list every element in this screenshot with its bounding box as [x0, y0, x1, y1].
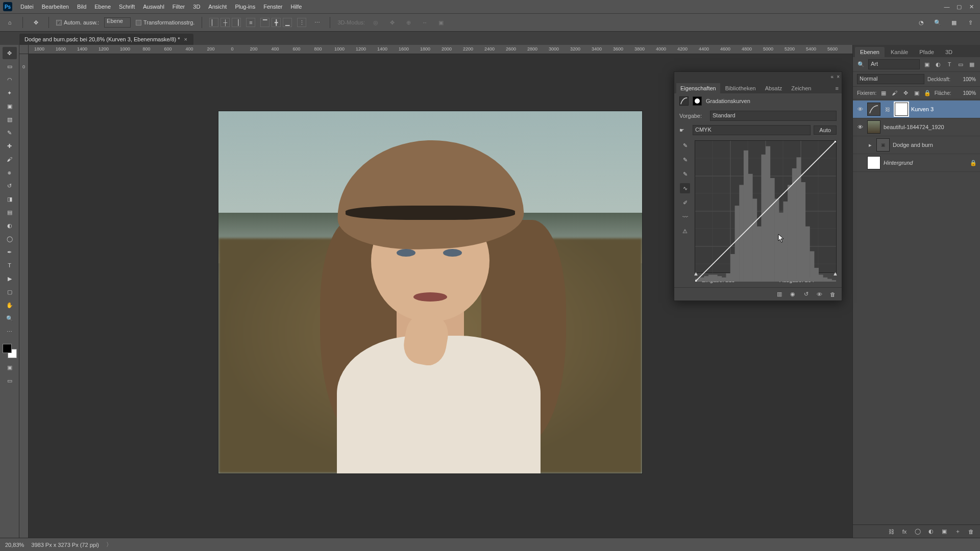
align-top-button[interactable]: ▔ — [260, 18, 270, 27]
crop-tool[interactable]: ▣ — [3, 100, 17, 112]
auto-select-checkbox[interactable]: ✓ Autom. ausw.: — [56, 19, 99, 26]
auto-select-target-select[interactable]: Ebene — [104, 17, 131, 28]
tab-properties[interactable]: Eigenschaften — [676, 83, 720, 93]
lock-all-icon[interactable]: 🔒 — [923, 89, 931, 97]
magic-wand-tool[interactable]: ✦ — [3, 87, 17, 99]
new-layer-icon[interactable]: ＋ — [953, 528, 962, 536]
move-tool[interactable]: ✥ — [3, 47, 17, 59]
eyedropper-tool[interactable]: ✎ — [3, 127, 17, 139]
clone-stamp-tool[interactable]: ⎈ — [3, 166, 17, 179]
lock-transparent-icon[interactable]: ▦ — [879, 89, 887, 97]
move-tool-icon[interactable]: ✥ — [30, 17, 41, 28]
white-input-slider[interactable]: ▲ — [832, 270, 838, 277]
search-icon[interactable]: 🔍 — [932, 17, 943, 28]
lasso-tool[interactable]: ◠ — [3, 73, 17, 86]
healing-brush-tool[interactable]: ✚ — [3, 140, 17, 152]
ruler-horizontal[interactable]: 1800160014001200100080060040020002004006… — [29, 45, 852, 54]
view-previous-icon[interactable]: ◉ — [789, 290, 797, 298]
delete-layer-icon[interactable]: 🗑 — [967, 528, 975, 536]
window-minimize-button[interactable]: — — [941, 2, 952, 11]
history-brush-tool[interactable]: ↺ — [3, 180, 17, 192]
blend-mode-select[interactable]: Normal — [857, 74, 924, 84]
panel-close-icon[interactable]: × — [837, 74, 840, 80]
home-button[interactable]: ⌂ — [4, 17, 15, 28]
status-info-menu-icon[interactable]: 〉 — [106, 541, 112, 548]
menu-plugins[interactable]: Plug-ins — [231, 0, 259, 13]
black-point-eyedropper[interactable]: ✎ — [680, 140, 690, 151]
ruler-origin[interactable] — [19, 45, 29, 54]
align-left-button[interactable]: ▏ — [209, 18, 218, 27]
menu-image[interactable]: Bild — [73, 0, 90, 13]
type-tool[interactable]: T — [3, 259, 17, 271]
group-expand-icon[interactable]: ▸ — [867, 142, 873, 148]
window-maximize-button[interactable]: ▢ — [953, 2, 965, 11]
link-layers-icon[interactable]: ⛓ — [887, 528, 895, 536]
auto-button[interactable]: Auto — [814, 126, 837, 135]
menu-help[interactable]: Hilfe — [286, 0, 306, 13]
edit-toolbar-button[interactable]: ⋯ — [3, 325, 17, 338]
tab-channels[interactable]: Kanäle — [886, 47, 913, 57]
lock-artboard-icon[interactable]: ▣ — [913, 89, 920, 97]
tab-3d[interactable]: 3D — [940, 47, 958, 57]
add-mask-icon[interactable]: ◯ — [914, 528, 922, 536]
window-close-button[interactable]: ✕ — [966, 2, 977, 11]
properties-panel[interactable]: « × Eigenschaften Bibliotheken Absatz Ze… — [674, 71, 842, 301]
menu-3d[interactable]: 3D — [189, 0, 204, 13]
preset-select[interactable]: Standard — [710, 111, 837, 121]
layer-visibility-toggle[interactable]: 👁 — [856, 106, 864, 112]
quick-mask-button[interactable]: ▣ — [5, 363, 14, 371]
background-thumbnail[interactable] — [867, 156, 880, 169]
gray-point-eyedropper[interactable]: ✎ — [680, 155, 690, 165]
tab-paragraph[interactable]: Absatz — [761, 83, 787, 93]
fill-value[interactable]: 100% — [954, 90, 976, 96]
menu-select[interactable]: Auswahl — [139, 0, 168, 13]
cloud-docs-icon[interactable]: ◔ — [916, 17, 927, 28]
brush-tool[interactable]: 🖌 — [3, 153, 17, 165]
ruler-vertical[interactable]: 0 — [19, 54, 29, 538]
layer-visibility-toggle[interactable]: 👁 — [856, 124, 864, 130]
layer-name[interactable]: Hintergrund — [884, 160, 913, 166]
black-input-slider[interactable]: ▲ — [693, 270, 699, 277]
align-hcenter-button[interactable]: ┼ — [220, 18, 230, 27]
tab-layers[interactable]: Ebenen — [855, 47, 885, 57]
align-vcenter-button[interactable]: ╋ — [272, 18, 281, 27]
zoom-level[interactable]: 20,83% — [5, 542, 24, 548]
image-thumbnail[interactable] — [867, 120, 880, 134]
delete-adjustment-icon[interactable]: 🗑 — [828, 290, 837, 298]
distribute-v-button[interactable]: ⋮ — [297, 18, 306, 27]
tab-character[interactable]: Zeichen — [787, 83, 815, 93]
hand-tool[interactable]: ✋ — [3, 299, 17, 311]
mask-thumbnail[interactable] — [895, 103, 908, 116]
rectangle-tool[interactable]: ▢ — [3, 286, 17, 298]
layer-filter-select[interactable]: Art — [868, 59, 920, 69]
filter-adjust-icon[interactable]: ◐ — [934, 60, 942, 68]
screen-mode-button[interactable]: ▭ — [5, 377, 14, 385]
foreground-color-swatch[interactable] — [3, 344, 12, 353]
share-icon[interactable]: ⇪ — [965, 17, 976, 28]
blur-tool[interactable]: ◐ — [3, 219, 17, 232]
layer-mask-icon[interactable] — [693, 96, 702, 106]
tab-libraries[interactable]: Bibliotheken — [721, 83, 760, 93]
channel-select[interactable]: CMYK — [693, 125, 811, 135]
curve-smooth-tool[interactable]: 〰 — [680, 212, 690, 222]
more-align-button[interactable]: ⋯ — [311, 17, 323, 28]
menu-layer[interactable]: Ebene — [90, 0, 115, 13]
toggle-visibility-icon[interactable]: 👁 — [815, 290, 823, 298]
reset-icon[interactable]: ↺ — [802, 290, 810, 298]
layer-name[interactable]: Kurven 3 — [911, 106, 934, 112]
filter-type-icon[interactable]: T — [945, 60, 953, 68]
filter-smart-icon[interactable]: ▦ — [968, 60, 976, 68]
curves-plot[interactable]: ▲ ▲ — [695, 140, 837, 273]
opacity-value[interactable]: 100% — [953, 77, 976, 82]
document-tab[interactable]: Dodge and burn.psdc bei 20,8% (Kurven 3,… — [19, 34, 193, 45]
menu-file[interactable]: Datei — [16, 0, 38, 13]
workspace-icon[interactable]: ▦ — [948, 17, 960, 28]
adjustment-thumbnail[interactable] — [867, 103, 880, 116]
layer-fx-icon[interactable]: fx — [900, 528, 909, 536]
transform-controls-checkbox[interactable]: Transformationsstrg. — [136, 19, 194, 26]
layer-row[interactable]: 👁⛓Kurven 3 — [853, 101, 980, 118]
layer-link-icon[interactable]: ⛓ — [884, 107, 892, 112]
layer-row[interactable]: Hintergrund🔒 — [853, 154, 980, 172]
layer-row[interactable]: ▸▣Dodge and burn — [853, 136, 980, 154]
filter-pixel-icon[interactable]: ▣ — [923, 60, 931, 68]
